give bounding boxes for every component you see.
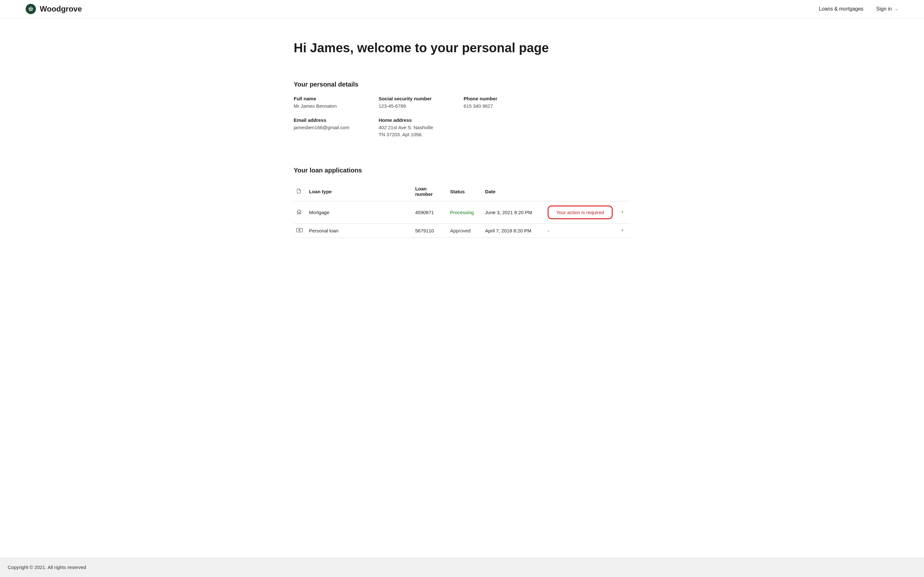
brand[interactable]: Woodgrove [26,4,82,14]
detail-value: 615 340 9627 [464,103,548,110]
header-chevron [618,182,631,201]
brand-logo-icon [26,4,36,14]
chevron-right-icon[interactable] [620,210,624,215]
loan-applications-title: Your loan applications [293,167,631,174]
header-action [545,182,618,201]
brand-name: Woodgrove [40,5,82,13]
chevron-right-icon[interactable] [620,228,624,234]
header-loan-type: Loan type [306,182,413,201]
detail-value: 123-45-6789 [379,103,464,110]
signin-label: Sign in [876,6,892,12]
svg-point-5 [299,229,300,231]
loan-type-cell: Mortgage [306,201,413,224]
action-required-text[interactable]: Your action is required [556,210,604,215]
personal-details-title: Your personal details [293,81,631,88]
status-badge: Processing [450,210,474,215]
detail-label: Full name [293,96,379,101]
header-loan-number: Loan number [413,182,448,201]
loan-date-cell: April 7, 2018 8:20 PM [482,224,545,238]
loan-number-cell: 5679110 [413,224,448,238]
action-cell: - [548,228,549,234]
details-grid: Full name Mr James Bennaton Social secur… [293,96,631,138]
header: Woodgrove Loans & mortgages Sign in [0,0,924,18]
table-header-row: Loan type Loan number Status Date [293,182,631,201]
detail-home-address: Home address 402 21st Ave S. Nashville T… [379,117,464,138]
nav-right: Loans & mortgages Sign in [819,6,898,12]
chevron-down-icon [895,7,898,11]
detail-label: Phone number [464,96,548,101]
nav-loans-mortgages[interactable]: Loans & mortgages [819,6,863,12]
personal-details-section: Your personal details Full name Mr James… [293,81,631,138]
loan-number-cell: 4590871 [413,201,448,224]
table-row[interactable]: Personal loan 5679110 Approved April 7, … [293,224,631,238]
detail-value: Mr James Bennaton [293,103,379,110]
loan-table: Loan type Loan number Status Date Mortga… [293,182,631,238]
file-icon [296,188,302,194]
footer: Copyright © 2021. All rights reserved [0,558,924,577]
money-icon [296,228,303,232]
detail-email: Email address jamesben166@gmail.com [293,117,379,138]
status-badge: Approved [450,228,471,234]
header-icon-col [293,182,306,201]
svg-rect-4 [297,228,302,232]
table-row[interactable]: Mortgage 4590871 Processing June 3, 2021… [293,201,631,224]
loan-date-cell: June 3, 2021 8:20 PM [482,201,545,224]
action-required-callout: Your action is required [548,205,613,219]
signin-dropdown[interactable]: Sign in [876,6,898,12]
detail-label: Home address [379,117,464,123]
house-icon [296,209,302,215]
copyright-text: Copyright © 2021. All rights reserved [8,564,86,570]
loan-applications-section: Your loan applications Loan type Loan nu… [293,167,631,238]
header-date: Date [482,182,545,201]
page-title: Hi James, welcome to your personal page [293,41,631,55]
detail-full-name: Full name Mr James Bennaton [293,96,379,110]
loan-type-cell: Personal loan [306,224,413,238]
detail-phone: Phone number 615 340 9627 [464,96,548,110]
detail-ssn: Social security number 123-45-6789 [379,96,464,110]
detail-value: jamesben166@gmail.com [293,124,379,131]
header-status: Status [448,182,482,201]
detail-label: Email address [293,117,379,123]
detail-label: Social security number [379,96,464,101]
main-content: Hi James, welcome to your personal page … [293,18,631,558]
detail-value: 402 21st Ave S. Nashville TN 37203. Apt … [379,124,433,138]
